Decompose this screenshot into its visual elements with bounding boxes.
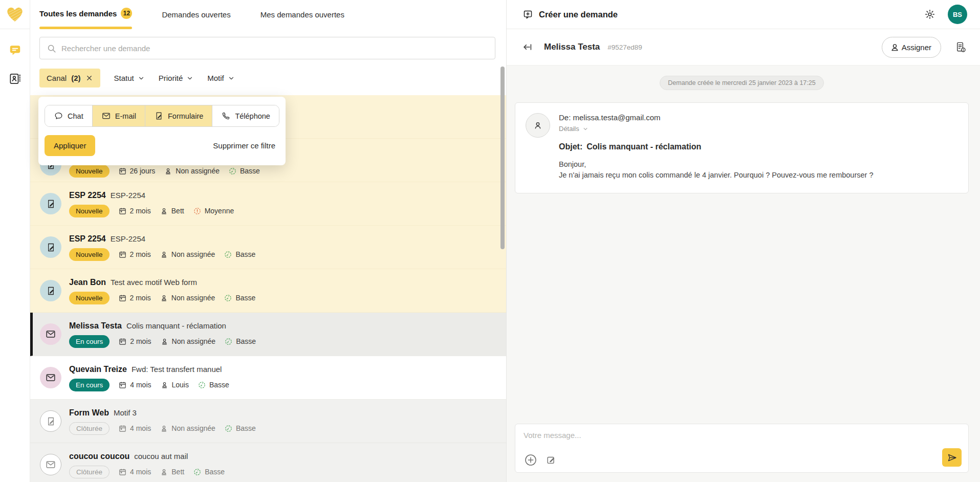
request-assignee: Non assignée [160, 337, 216, 346]
message-input[interactable] [524, 431, 961, 448]
request-name: Jean Bon [69, 278, 106, 287]
attach-button[interactable] [524, 453, 538, 467]
notes-button[interactable] [546, 454, 557, 466]
chat-icon [54, 111, 63, 121]
filter-dropdown-statut[interactable]: Statut [114, 74, 145, 82]
contacts-nav-icon[interactable] [8, 72, 21, 85]
app-logo[interactable] [0, 0, 30, 29]
priority-low-icon [198, 381, 206, 389]
request-row[interactable]: Jean BonTest avec motif Web form Nouvell… [30, 269, 506, 313]
settings-gear-icon[interactable] [924, 9, 935, 20]
request-row[interactable]: Form WebMotif 3 Clôturée 4 mois Non assi… [30, 400, 506, 443]
send-button[interactable] [942, 448, 962, 467]
remove-filter-button[interactable]: Supprimer ce filtre [213, 141, 275, 150]
assign-person-icon [889, 42, 900, 53]
status-badge: Nouvelle [69, 205, 110, 217]
calendar-icon [118, 381, 127, 389]
status-badge: Nouvelle [69, 165, 110, 178]
tab-all-requests-label: Toutes les demandes [39, 9, 117, 18]
app-rail [0, 0, 30, 482]
request-subject: Test avec motif Web form [111, 278, 197, 287]
request-detail-panel: Créer une demande BS Melissa Testa #9527… [507, 0, 980, 482]
priority-low-icon [224, 337, 233, 346]
apply-filter-button[interactable]: Appliquer [45, 135, 95, 156]
request-row[interactable]: Melissa TestaColis manquant - réclamatio… [30, 313, 506, 356]
request-name: Melissa Testa [69, 321, 122, 330]
assignee-person-icon [164, 167, 172, 176]
request-priority: Basse [224, 337, 256, 346]
calendar-icon [118, 337, 127, 346]
send-plane-icon [947, 452, 957, 463]
request-assignee: Non assignée [160, 424, 215, 433]
plus-circle-icon [524, 453, 538, 467]
channel-option-phone[interactable]: Téléphone [212, 105, 279, 126]
status-badge: Nouvelle [69, 248, 110, 261]
priority-low-icon [193, 468, 202, 476]
request-row[interactable]: ESP 2254ESP-2254 Nouvelle 2 mois Bett [30, 182, 506, 226]
status-badge: Clôturée [69, 466, 110, 478]
filter-chip-canal[interactable]: Canal (2) [39, 69, 100, 87]
request-subject: ESP-2254 [111, 191, 145, 200]
priority-medium-icon [193, 207, 202, 215]
tab-my-open-requests[interactable]: Mes demandes ouvertes [260, 10, 344, 29]
assignee-person-icon [160, 294, 168, 302]
form-channel-icon [46, 286, 56, 296]
channel-option-chat[interactable]: Chat [45, 105, 93, 126]
priority-low-icon [228, 167, 237, 176]
request-row[interactable]: coucou coucoucoucou aut mail Clôturée 4 … [30, 443, 506, 482]
created-date-chip: Demande créée le mercredi 25 janvier 202… [660, 76, 823, 90]
priority-low-icon [224, 424, 233, 433]
channel-option-form[interactable]: Formulaire [145, 105, 212, 126]
status-badge: Nouvelle [69, 292, 110, 304]
detail-subheader: Melissa Testa #9527ed89 Assigner [507, 29, 980, 65]
tab-all-requests-count: 12 [121, 8, 132, 19]
conversation-area: Demande créée le mercredi 25 janvier 202… [507, 65, 980, 482]
assign-button[interactable]: Assigner [882, 37, 941, 58]
filter-dropdown-motif[interactable]: Motif [207, 74, 235, 82]
request-info-icon[interactable] [954, 41, 967, 54]
request-priority: Basse [224, 250, 255, 259]
user-avatar[interactable]: BS [948, 5, 967, 24]
form-channel-icon [46, 242, 56, 253]
filter-dropdown-priorite[interactable]: Priorité [159, 74, 194, 82]
calendar-icon [118, 207, 127, 215]
form-channel-icon [46, 199, 56, 209]
request-name: Form Web [69, 408, 109, 417]
assignee-person-icon [160, 381, 169, 389]
search-input[interactable] [39, 37, 495, 59]
tab-all-requests[interactable]: Toutes les demandes 12 [39, 8, 132, 29]
request-age: 2 mois [118, 207, 151, 215]
create-request-button[interactable]: Créer une demande [522, 9, 618, 20]
close-icon[interactable] [85, 74, 93, 82]
request-row[interactable]: ESP 2254ESP-2254 Nouvelle 2 mois Non ass… [30, 226, 506, 269]
request-name: Quevain Treize [69, 365, 127, 374]
request-age: 4 mois [118, 468, 151, 476]
email-channel-icon [45, 459, 56, 470]
priority-low-icon [224, 250, 232, 259]
request-assignee: Bett [160, 468, 184, 476]
channel-option-email[interactable]: E-mail [93, 105, 145, 126]
ticket-id: #9527ed89 [607, 43, 642, 51]
request-assignee: Non assignée [160, 250, 215, 259]
form-icon [154, 111, 164, 121]
back-button[interactable] [522, 41, 533, 53]
search-area [30, 29, 506, 66]
email-details-toggle[interactable]: Détails [559, 125, 873, 133]
email-body: Bonjour, Je n'ai jamais reçu mon colis c… [559, 159, 873, 181]
chevron-down-icon [138, 75, 145, 82]
conversations-nav-icon[interactable] [8, 43, 22, 57]
assignee-person-icon [160, 468, 168, 476]
request-priority: Basse [228, 167, 260, 176]
chevron-down-icon [582, 126, 589, 132]
assignee-person-icon [160, 424, 168, 433]
chevron-down-icon [228, 75, 235, 82]
list-scrollbar[interactable] [500, 67, 505, 249]
request-row[interactable]: Quevain TreizeFwd: Test transfert manuel… [30, 356, 506, 400]
request-age: 2 mois [118, 294, 151, 302]
tab-open-requests[interactable]: Demandes ouvertes [162, 10, 230, 29]
status-badge: Clôturée [69, 422, 110, 435]
status-badge: En cours [69, 335, 110, 348]
priority-low-icon [224, 294, 232, 302]
status-badge: En cours [69, 379, 110, 391]
email-channel-icon [45, 372, 56, 383]
